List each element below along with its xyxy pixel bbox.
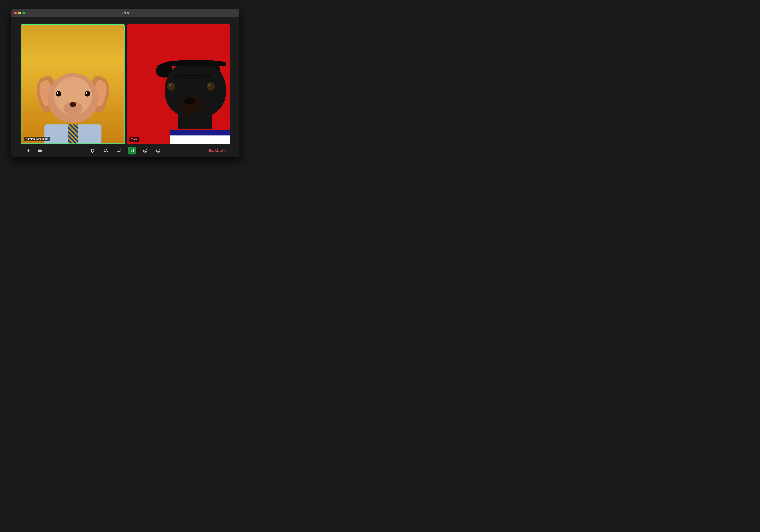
window-title: Zoom: [122, 11, 129, 15]
video-tile-right: Toshi: [127, 24, 230, 144]
chat-button[interactable]: [115, 147, 122, 155]
content-area: Karsten Winegeart: [11, 17, 239, 157]
toolbar-left: [25, 147, 44, 155]
video-button[interactable]: [36, 147, 44, 155]
toolbar-center: [89, 147, 162, 155]
security-button[interactable]: [89, 147, 97, 155]
titlebar: Zoom: [11, 9, 239, 17]
toolbar: End Meeting: [21, 144, 230, 157]
traffic-lights: [14, 12, 25, 14]
video-tile-left: Karsten Winegeart: [21, 24, 125, 144]
share-screen-button[interactable]: [128, 147, 136, 155]
close-button[interactable]: [14, 12, 17, 14]
video-grid: Karsten Winegeart: [21, 24, 230, 144]
video-background-right: [127, 24, 230, 144]
video-background-left: [22, 25, 124, 143]
participant-label-left: Karsten Winegeart: [24, 137, 50, 141]
apps-button[interactable]: [154, 147, 162, 155]
toolbar-right: End Meeting: [209, 148, 226, 154]
end-meeting-button[interactable]: End Meeting: [209, 148, 226, 154]
zoom-window: Zoom: [11, 9, 239, 157]
participant-label-right: Toshi: [129, 137, 139, 142]
maximize-button[interactable]: [23, 12, 25, 14]
reactions-button[interactable]: [141, 147, 149, 155]
mute-button[interactable]: [25, 147, 32, 155]
participants-button[interactable]: [102, 147, 110, 155]
minimize-button[interactable]: [18, 12, 21, 14]
